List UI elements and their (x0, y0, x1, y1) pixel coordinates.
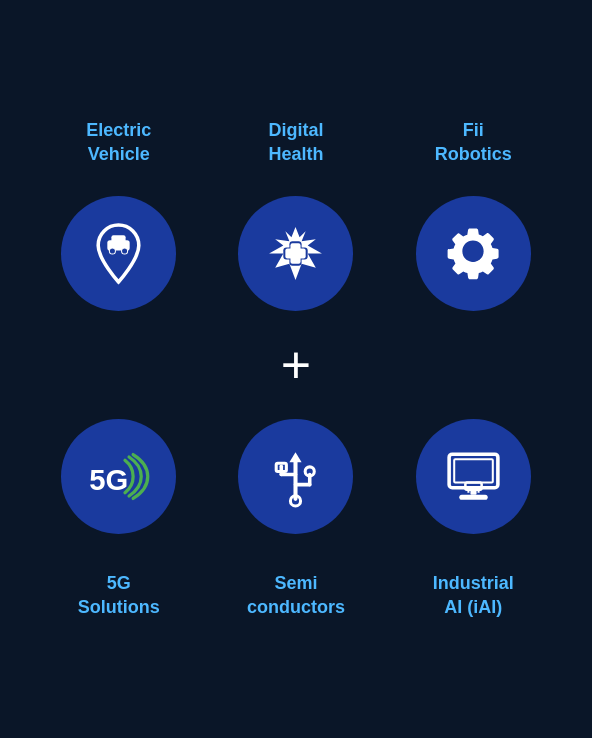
cell-industrial-ai-label: IndustrialAI (iAI) (385, 552, 562, 631)
cell-electric-vehicle-icon[interactable] (30, 178, 207, 329)
svg-rect-1 (112, 235, 126, 242)
cell-electric-vehicle-label: ElectricVehicle (30, 107, 207, 178)
cell-fii-robotics-label: FiiRobotics (385, 107, 562, 178)
svg-rect-7 (286, 248, 306, 258)
svg-marker-11 (290, 452, 302, 462)
medical-cross-icon (263, 221, 328, 286)
svg-rect-22 (459, 495, 487, 500)
label-5g-solutions: 5GSolutions (78, 568, 160, 623)
gear-icon (441, 221, 506, 286)
icon-5g: 5G (61, 419, 176, 534)
label-digital-health: DigitalHealth (268, 115, 323, 170)
svg-rect-20 (454, 459, 493, 482)
svg-point-2 (110, 248, 116, 254)
icon-fii-robotics (416, 196, 531, 311)
cell-5g-icon[interactable]: 5G (30, 401, 207, 552)
plus-symbol: + (281, 339, 311, 391)
label-electric-vehicle: ElectricVehicle (86, 115, 151, 170)
cell-semiconductors-icon[interactable] (207, 401, 384, 552)
5g-icon: 5G (86, 444, 151, 509)
plus-separator: + (30, 329, 562, 401)
cell-digital-health-icon[interactable] (207, 178, 384, 329)
svg-point-17 (306, 467, 315, 476)
cell-semiconductors-label: Semiconductors (207, 552, 384, 631)
usb-icon (263, 444, 328, 509)
svg-point-3 (122, 248, 128, 254)
icon-digital-health (238, 196, 353, 311)
label-industrial-ai: IndustrialAI (iAI) (433, 568, 514, 623)
svg-text:5G: 5G (89, 464, 128, 496)
main-grid: ElectricVehicle DigitalHealth FiiRobotic… (0, 87, 592, 651)
cell-fii-robotics-icon[interactable] (385, 178, 562, 329)
label-semiconductors: Semiconductors (247, 568, 345, 623)
icon-industrial-ai (416, 419, 531, 534)
cell-industrial-ai-icon[interactable] (385, 401, 562, 552)
svg-point-8 (465, 245, 481, 261)
monitor-icon (441, 444, 506, 509)
car-location-icon (86, 221, 151, 286)
label-fii-robotics: FiiRobotics (435, 115, 512, 170)
icon-electric-vehicle (61, 196, 176, 311)
cell-5g-solutions-label: 5GSolutions (30, 552, 207, 631)
icon-semiconductors (238, 419, 353, 534)
cell-digital-health-label: DigitalHealth (207, 107, 384, 178)
